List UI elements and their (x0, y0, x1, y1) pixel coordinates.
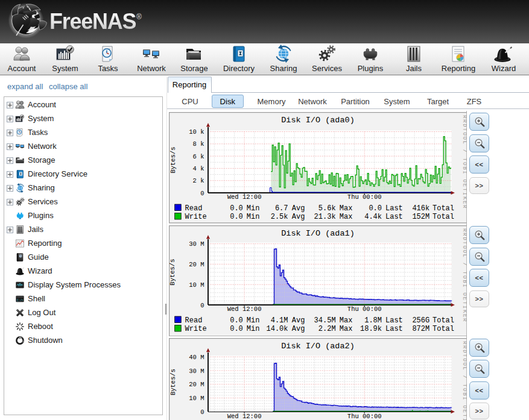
svg-text:Thu 00:00: Thu 00:00 (347, 194, 381, 201)
svg-text:0.0: 0.0 (230, 213, 243, 221)
svg-text:2.5k: 2.5k (270, 213, 288, 221)
svg-text:Write: Write (185, 213, 206, 221)
svg-text:RRDTOOL / TOBI OETIKER: RRDTOOL / TOBI OETIKER (461, 341, 467, 420)
svg-text:Avg: Avg (291, 325, 305, 333)
svg-text:21.3k: 21.3k (314, 213, 335, 221)
svg-text:416k: 416k (412, 204, 429, 213)
svg-text:Avg: Avg (291, 204, 305, 213)
svg-text:152M: 152M (412, 213, 429, 221)
svg-text:0.0: 0.0 (230, 316, 243, 324)
svg-text:Bytes/s: Bytes/s (169, 369, 176, 395)
svg-text:Thu 00:00: Thu 00:00 (347, 412, 381, 419)
svg-text:Total: Total (432, 204, 454, 213)
svg-text:Bytes/s: Bytes/s (169, 259, 176, 285)
svg-text:18.9k: 18.9k (360, 325, 381, 333)
svg-text:6.7: 6.7 (274, 204, 288, 213)
svg-text:Last: Last (385, 325, 403, 333)
svg-text:10 M: 10 M (189, 395, 204, 402)
svg-text:256G: 256G (412, 316, 429, 324)
svg-text:Avg: Avg (291, 213, 305, 221)
svg-text:0.0: 0.0 (230, 204, 243, 213)
svg-text:Wed 12:00: Wed 12:00 (227, 306, 261, 313)
svg-text:Thu 00:00: Thu 00:00 (347, 306, 381, 313)
svg-text:6 k: 6 k (192, 153, 204, 160)
svg-text:Read: Read (185, 316, 202, 324)
svg-text:10 M: 10 M (189, 281, 204, 288)
svg-text:Last: Last (385, 316, 403, 324)
svg-text:40 M: 40 M (189, 353, 204, 360)
svg-text:Total: Total (432, 325, 454, 333)
svg-text:C:/>: C:/> (17, 298, 24, 301)
svg-text:1.8M: 1.8M (364, 316, 382, 324)
svg-text:Min: Min (246, 325, 259, 333)
svg-text:Wed 12:00: Wed 12:00 (227, 194, 261, 201)
svg-text:Max: Max (339, 325, 352, 333)
svg-text:Bytes/s: Bytes/s (169, 147, 176, 174)
svg-text:0: 0 (200, 301, 204, 309)
svg-text:Last: Last (385, 213, 403, 221)
svg-text:872M: 872M (412, 325, 429, 333)
svg-text:Max: Max (339, 204, 352, 213)
svg-text:0.0: 0.0 (369, 204, 382, 213)
svg-text:30 M: 30 M (189, 367, 204, 374)
svg-text:Disk I/O (ada0): Disk I/O (ada0) (281, 116, 355, 125)
svg-text:Total: Total (432, 213, 454, 221)
svg-text:Max: Max (339, 316, 352, 324)
svg-text:Write: Write (185, 325, 206, 333)
svg-text:0.0: 0.0 (230, 325, 243, 333)
svg-text:Max: Max (339, 213, 352, 221)
svg-text:Disk I/O (ada2): Disk I/O (ada2) (281, 342, 355, 351)
svg-text:0: 0 (200, 190, 204, 197)
svg-text:10 k: 10 k (189, 128, 204, 136)
svg-text:4 k: 4 k (192, 165, 204, 172)
svg-text:Last: Last (385, 204, 403, 213)
svg-text:Wed 12:00: Wed 12:00 (227, 412, 261, 419)
svg-text:5.6k: 5.6k (318, 204, 335, 213)
svg-text:0: 0 (200, 408, 204, 415)
svg-text:RRDTOOL / TOBI OETIKER: RRDTOOL / TOBI OETIKER (461, 228, 467, 322)
svg-text:20 M: 20 M (189, 261, 204, 268)
svg-text:Min: Min (246, 213, 259, 221)
svg-text:Read: Read (185, 204, 202, 213)
svg-text:2.2M: 2.2M (318, 325, 335, 333)
svg-text:34.5M: 34.5M (314, 316, 335, 324)
svg-text:Disk I/O (ada1): Disk I/O (ada1) (281, 229, 355, 238)
svg-text:8 k: 8 k (192, 141, 204, 148)
svg-text:Total: Total (432, 316, 454, 324)
svg-text:4.4k: 4.4k (364, 213, 382, 221)
svg-text:Min: Min (246, 204, 259, 213)
svg-text:RRDTOOL / TOBI OETIKER: RRDTOOL / TOBI OETIKER (461, 115, 467, 209)
svg-text:20 M: 20 M (189, 381, 204, 388)
svg-text:4.1M: 4.1M (270, 316, 288, 324)
svg-text:30 M: 30 M (189, 240, 204, 248)
svg-text:Min: Min (246, 316, 259, 324)
svg-text:Avg: Avg (291, 316, 305, 324)
svg-text:14.0k: 14.0k (266, 325, 288, 333)
svg-text:2 k: 2 k (192, 177, 204, 184)
